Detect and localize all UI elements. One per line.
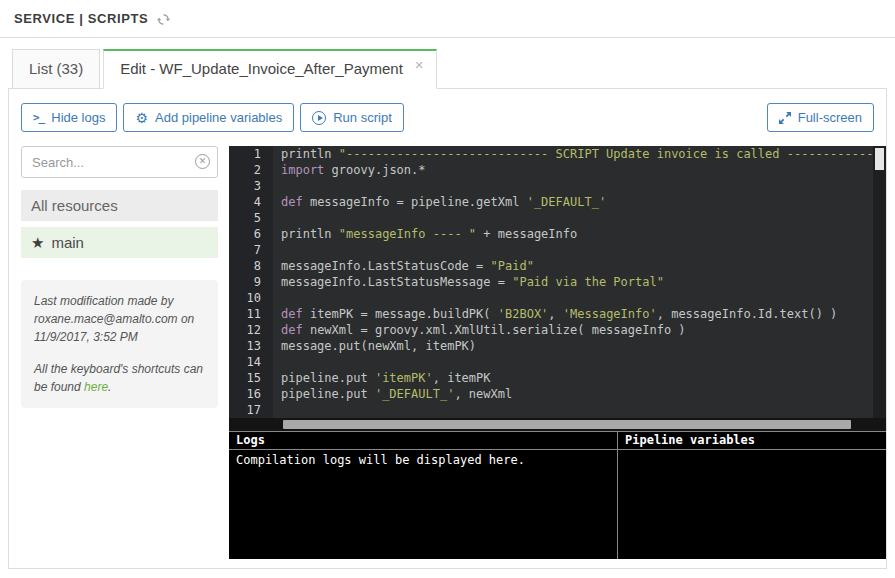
horizontal-scrollbar-thumb[interactable]: [283, 420, 851, 429]
code-line[interactable]: pipeline.put 'itemPK', itemPK: [281, 370, 873, 386]
tab-bar: List (33) Edit - WF_Update_Invoice_After…: [12, 48, 895, 88]
resources-sidebar: ✕ All resources ★ main Last modification…: [21, 146, 218, 559]
sidebar-item-main[interactable]: ★ main: [21, 227, 218, 258]
shortcuts-here-link[interactable]: here: [84, 380, 108, 394]
code-line[interactable]: def itemPK = message.buildPK( 'B2BOX', '…: [281, 306, 873, 322]
line-number: 12: [229, 322, 261, 338]
code-line[interactable]: pipeline.put '_DEFAULT_', newXml: [281, 386, 873, 402]
tab-close-icon[interactable]: ×: [415, 56, 424, 73]
editor-gutter: 1234567891011121314151617: [229, 146, 273, 418]
play-icon: [312, 111, 326, 125]
tab-edit-script[interactable]: Edit - WF_Update_Invoice_After_Payment×: [103, 49, 436, 89]
line-number: 5: [229, 210, 261, 226]
line-number: 1: [229, 146, 261, 162]
sidebar-item-all-resources[interactable]: All resources: [21, 190, 218, 221]
pipeline-variables-header: Pipeline variables: [618, 432, 886, 450]
code-line[interactable]: println "---------------------------- SC…: [281, 146, 873, 162]
refresh-icon[interactable]: [157, 13, 170, 26]
logs-placeholder: Compilation logs will be displayed here.: [229, 450, 617, 470]
search-clear-icon[interactable]: ✕: [195, 154, 210, 169]
line-number: 3: [229, 178, 261, 194]
logs-area: Logs Compilation logs will be displayed …: [229, 431, 886, 559]
shortcuts-suffix: .: [108, 380, 111, 394]
logs-header: Logs: [229, 432, 617, 450]
search-input[interactable]: [21, 146, 218, 178]
code-line[interactable]: messageInfo.LastStatusMessage = "Paid vi…: [281, 274, 873, 290]
line-number: 17: [229, 402, 261, 418]
all-resources-label: All resources: [31, 197, 118, 214]
shortcuts-text: All the keyboard's shortcuts can be foun…: [34, 360, 205, 396]
tab-list-label: List (33): [29, 60, 83, 77]
editor-column: 1234567891011121314151617 println "-----…: [229, 146, 886, 559]
code-line[interactable]: [281, 290, 873, 306]
vertical-scrollbar-thumb[interactable]: [875, 148, 884, 170]
gears-icon: ⚙: [135, 111, 148, 125]
info-box: Last modification made by roxane.mace@am…: [21, 280, 218, 408]
breadcrumb: SERVICE | SCRIPTS: [14, 11, 148, 26]
star-icon: ★: [31, 235, 44, 250]
line-number: 14: [229, 354, 261, 370]
expand-arrows-icon: [779, 112, 791, 124]
add-pipeline-variables-button[interactable]: ⚙ Add pipeline variables: [123, 103, 294, 132]
line-number: 13: [229, 338, 261, 354]
run-script-label: Run script: [333, 110, 392, 125]
code-line[interactable]: [281, 242, 873, 258]
code-line[interactable]: [281, 210, 873, 226]
panel-body: ✕ All resources ★ main Last modification…: [9, 144, 886, 559]
line-number: 7: [229, 242, 261, 258]
line-number: 6: [229, 226, 261, 242]
line-number: 9: [229, 274, 261, 290]
vertical-scrollbar[interactable]: [873, 146, 886, 418]
code-line[interactable]: import groovy.json.*: [281, 162, 873, 178]
code-line[interactable]: messageInfo.LastStatusCode = "Paid": [281, 258, 873, 274]
logs-panel: Logs Compilation logs will be displayed …: [229, 432, 618, 559]
line-number: 15: [229, 370, 261, 386]
line-number: 10: [229, 290, 261, 306]
code-line[interactable]: def messageInfo = pipeline.getXml '_DEFA…: [281, 194, 873, 210]
run-script-button[interactable]: Run script: [300, 103, 404, 132]
code-line[interactable]: [281, 354, 873, 370]
fullscreen-button[interactable]: Full-screen: [767, 103, 874, 132]
line-number: 8: [229, 258, 261, 274]
last-modification-text: Last modification made by roxane.mace@am…: [34, 292, 205, 346]
tab-list[interactable]: List (33): [12, 49, 100, 89]
app-header: SERVICE | SCRIPTS: [0, 0, 895, 38]
search-box: ✕: [21, 146, 218, 178]
code-line[interactable]: message.put(newXml, itemPK): [281, 338, 873, 354]
editor-code[interactable]: println "---------------------------- SC…: [273, 146, 873, 418]
code-line[interactable]: def newXml = groovy.xml.XmlUtil.serializ…: [281, 322, 873, 338]
pipeline-variables-body: [618, 450, 886, 454]
code-line[interactable]: println "messageInfo ---- " + messageInf…: [281, 226, 873, 242]
editor-toolbar: >_ Hide logs ⚙ Add pipeline variables Ru…: [9, 89, 886, 144]
code-line[interactable]: [281, 178, 873, 194]
code-editor[interactable]: 1234567891011121314151617 println "-----…: [229, 146, 886, 418]
main-item-label: main: [51, 234, 84, 251]
script-editor-panel: >_ Hide logs ⚙ Add pipeline variables Ru…: [8, 88, 887, 569]
code-line[interactable]: [281, 402, 873, 418]
add-pipeline-variables-label: Add pipeline variables: [155, 110, 282, 125]
tab-edit-label: Edit - WF_Update_Invoice_After_Payment: [120, 60, 403, 77]
horizontal-scrollbar[interactable]: [229, 418, 886, 431]
shortcuts-prefix: All the keyboard's shortcuts can be foun…: [34, 362, 203, 394]
line-number: 2: [229, 162, 261, 178]
terminal-icon: >_: [33, 111, 44, 124]
line-number: 11: [229, 306, 261, 322]
hide-logs-label: Hide logs: [51, 110, 105, 125]
hide-logs-button[interactable]: >_ Hide logs: [21, 103, 117, 132]
pipeline-variables-panel: Pipeline variables: [618, 432, 886, 559]
line-number: 4: [229, 194, 261, 210]
line-number: 16: [229, 386, 261, 402]
fullscreen-label: Full-screen: [798, 110, 862, 125]
